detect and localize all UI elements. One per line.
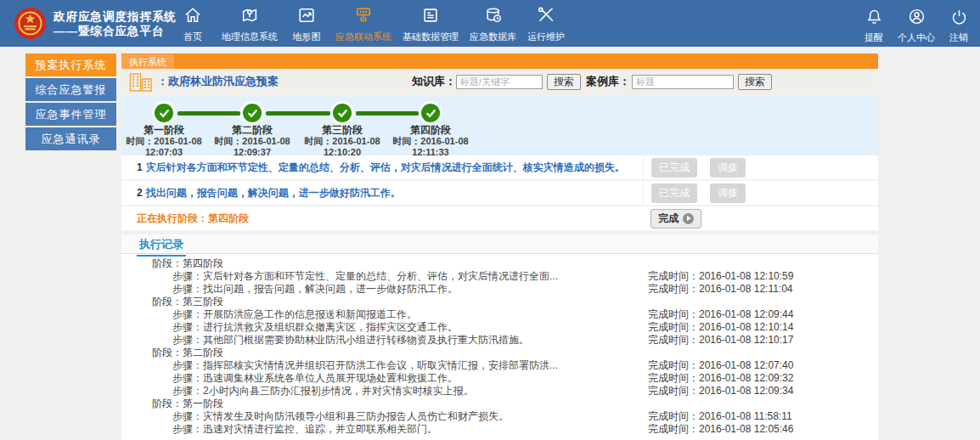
home-icon [183,6,202,28]
task-actions: 已完成 调拨 [643,181,878,205]
tab-bar: 执行系统 [121,54,878,69]
record-step-time: 完成时间：2016-01-08 12:05:46 [648,423,793,436]
record-step-row: 步骤：进行抗洪救灾及组织群众撤离灾区，指挥灾区交通工作。完成时间：2016-01… [121,321,878,334]
task-text: 找出问题，报告问题，解决问题，进一步做好防汛工作。 [146,186,401,200]
task-actions: 已完成 调拨 [643,155,878,179]
stage2-check-icon [240,101,264,125]
record-step-row: 步骤：2小时内向县三防办汇报初步情况，并对灾情实时核实上报。完成时间：2016-… [121,385,878,398]
completed-button[interactable]: 已完成 [651,158,697,178]
bell-icon [865,8,883,29]
timeline-connector [177,111,240,116]
finish-button-label: 完成 [658,212,679,226]
dispatch-button[interactable]: 调拨 [710,183,746,203]
task-row-2: 2 找出问题，报告问题，解决问题，进一步做好防汛工作。 已完成 调拨 [121,181,878,206]
nav-item-terrain-map[interactable]: 地形图 [289,6,324,43]
play-circle-icon [683,213,694,224]
record-step-text: 步骤：灾后针对各方面和环节定性、定量的总结、分析、评估，对灾后情况进行全面... [172,270,558,282]
nav-item-gis[interactable]: 地理信息系统 [222,6,278,43]
record-step-text: 步骤：迅速对灾情进行监控、追踪，并立即联系相关部门。 [172,423,437,435]
menu-label: 注销 [949,31,968,44]
nav-item-maintenance[interactable]: 运行维护 [527,6,565,43]
menu-item-alerts[interactable]: 提醒 [861,8,887,44]
execution-records-section: 执行记录 阶段：第四阶段步骤：灾后针对各方面和环节定性、定量的总结、分析、评估，… [121,234,878,440]
stage1-check-icon [152,101,176,125]
record-step-row: 步骤：灾情发生及时向防汛领导小组和县三防办报告人员伤亡和财产损失。完成时间：20… [121,410,878,423]
current-stage-row: 正在执行阶段：第四阶段 完成 [121,206,878,232]
app-title: 政府应急调度指挥系统 ——暨综合应急平台 [54,9,177,38]
record-step-row: 步骤：找出问题，报告问题，解决问题，进一步做好防汛工作。完成时间：2016-01… [121,283,878,296]
nav-label: 地理信息系统 [222,31,278,43]
record-step-text: 步骤：其他部门根据需要协助林业防汛小组进行转移物资及执行重大防汛措施。 [172,334,529,346]
menu-item-profile[interactable]: 个人中心 [898,8,935,44]
stage3-check-icon [330,101,354,125]
stage4-label: 第四阶段 时间：2016-01-08 12:11:33 [375,125,486,157]
nav-label: 应急数据库 [470,31,516,43]
record-step-time: 完成时间：2016-01-08 11:58:11 [648,410,792,423]
main-content: 执行系统 ：政府林业防汛应急预案 知识库： 搜索 案例库： 搜索 [121,54,878,440]
execution-records-title: 执行记录 [137,234,186,257]
task-list: 1 灾后针对各方面和环节定性、定量的总结、分析、评估，对灾后情况进行全面统计、核… [121,155,878,232]
record-step-time: 完成时间：2016-01-08 12:11:04 [648,283,793,296]
current-stage-actions: 完成 [643,206,878,230]
record-step-text: 步骤：找出问题，报告问题，解决问题，进一步做好防汛工作。 [172,283,458,295]
nav-label: 运行维护 [527,31,565,43]
sidebar-item-emergency-alarm[interactable]: 综合应急警报 [25,78,116,101]
terrain-map-icon [297,6,316,28]
case-search-button[interactable]: 搜索 [738,74,772,90]
knowledge-search-input[interactable] [456,75,543,89]
record-step-row: 步骤：灾后针对各方面和环节定性、定量的总结、分析、评估，对灾后情况进行全面...… [121,270,878,283]
stage4-check-icon [419,101,442,125]
record-stage-row: 阶段：第三阶段 [121,296,878,308]
record-step-row: 步骤：开展防洪应急工作的信息报送和新闻报道工作。完成时间：2016-01-08 … [121,308,878,321]
record-step-time: 完成时间：2016-01-08 12:09:34 [648,385,793,398]
menu-item-logout[interactable]: 注销 [946,8,972,44]
stage-progress-timeline: 第一阶段 时间：2016-01-08 12:07:03 第二阶段 时间：2016… [121,96,878,155]
app-title-line1: 政府应急调度指挥系统 [54,9,177,24]
nav-label: 应急联动系统 [335,31,391,43]
current-stage-label: 正在执行阶段：第四阶段 [137,212,249,226]
sidebar-item-event-management[interactable]: 应急事件管理 [25,103,116,126]
sidebar-item-plan-execution[interactable]: 预案执行系统 [25,54,116,76]
knowledge-search-button[interactable]: 搜索 [547,74,581,90]
record-step-text: 步骤：进行抗洪救灾及组织群众撤离灾区，指挥灾区交通工作。 [172,321,458,333]
left-sidebar: 预案执行系统 综合应急警报 应急事件管理 应急通讯录 [25,54,116,152]
nav-item-home[interactable]: 首页 [175,6,211,43]
national-emblem-logo [14,7,47,40]
nav-item-emergency-database[interactable]: 应急数据库 [470,6,516,43]
user-menu: 提醒 个人中心 注销 [861,8,972,44]
timeline-connector [266,111,330,116]
record-stage-row: 阶段：第一阶段 [121,398,878,410]
nav-item-emergency-linkage[interactable]: 应急联动系统 [335,6,391,43]
record-stage-row: 阶段：第二阶段 [121,347,878,359]
task-text: 灾后针对各方面和环节定性、定量的总结、分析、评估，对灾后情况进行全面统计、核实灾… [146,161,625,175]
record-step-time: 完成时间：2016-01-08 12:09:32 [648,372,793,385]
nav-label: 首页 [183,31,202,43]
dispatch-button[interactable]: 调拨 [710,158,746,178]
completed-button[interactable]: 已完成 [651,183,697,203]
map-pin-icon [240,6,259,28]
user-icon [908,8,926,29]
menu-label: 提醒 [865,31,883,44]
top-header-bar: 政府应急调度指挥系统 ——暨综合应急平台 首页 地理信息系统 地形图 [0,0,980,47]
tab-execution-system[interactable]: 执行系统 [121,54,174,70]
search-group: 知识库： 搜索 案例库： 搜索 [412,69,777,94]
record-step-time: 完成时间：2016-01-08 12:10:14 [648,321,793,334]
record-step-time: 完成时间：2016-01-08 12:10:17 [648,334,793,347]
app-title-line2: ——暨综合应急平台 [54,24,177,38]
record-step-text: 步骤：开展防洪应急工作的信息报送和新闻报道工作。 [172,308,417,320]
finish-button[interactable]: 完成 [651,209,701,228]
tools-icon [537,6,555,28]
task-number: 1 [137,161,143,173]
sidebar-item-contacts[interactable]: 应急通讯录 [25,127,116,150]
record-step-row: 步骤：迅速对灾情进行监控、追踪，并立即联系相关部门。完成时间：2016-01-0… [121,423,878,436]
stage-name: 第四阶段 [375,125,486,136]
buildings-icon [129,72,153,92]
case-search-input[interactable] [632,75,734,89]
sos-hand-icon [354,6,373,28]
record-step-row: 步骤：指挥部核实灾情情况并组织召开防洪工作会议，听取灾情汇报，安排部署防洪...… [121,359,878,372]
main-nav: 首页 地理信息系统 地形图 应急联动系统 [175,6,565,43]
record-stage-row: 阶段：第四阶段 [121,257,878,270]
task-number: 2 [137,187,143,199]
nav-item-base-data[interactable]: 基础数据管理 [403,6,459,43]
record-step-text: 步骤：迅速调集林业系统各单位人员展开现场处置和救援工作。 [172,372,458,384]
